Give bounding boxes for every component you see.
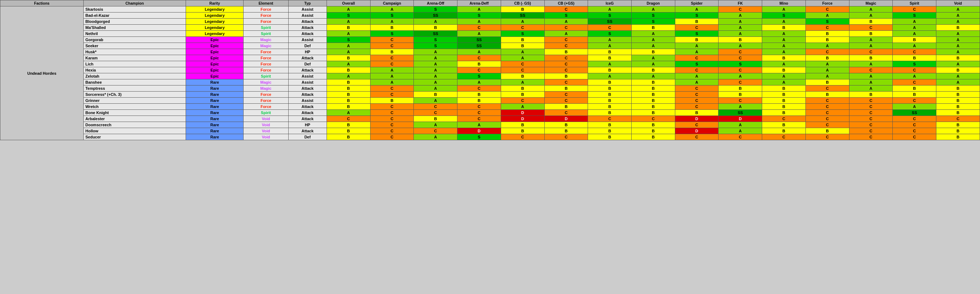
grade-cell: A [370, 79, 414, 86]
grade-cell: B [326, 25, 370, 31]
grade-cell: A [414, 79, 457, 86]
grade-cell: C [544, 98, 588, 104]
type-cell: HP [288, 122, 326, 128]
grade-cell: C [719, 49, 762, 55]
grade-cell: A [849, 13, 893, 19]
grade-cell: B [936, 104, 980, 110]
grade-cell: A [893, 25, 936, 31]
grade-cell: B [936, 55, 980, 61]
element-badge: Magic [243, 86, 288, 92]
grade-cell: A [936, 43, 980, 49]
grade-cell: C [805, 134, 849, 140]
grade-cell: B [719, 92, 762, 98]
grade-cell: C [370, 110, 414, 116]
champion-name: Zelotah [83, 73, 186, 79]
header-arena-deff: Arena-Deff [457, 0, 501, 6]
rarity-badge: Legendary [186, 31, 243, 37]
champion-name: Sorceress* (+Ch. 3) [83, 92, 186, 98]
type-cell: Assist [288, 37, 326, 43]
grade-cell: C [719, 98, 762, 104]
element-badge: Force [243, 61, 288, 67]
grade-cell: A [414, 49, 457, 55]
element-badge: Force [243, 13, 288, 19]
grade-cell: B [936, 67, 980, 73]
grade-cell: B [414, 25, 457, 31]
grade-cell: A [326, 61, 370, 67]
rarity-badge: Legendary [186, 13, 243, 19]
grade-cell: C [893, 49, 936, 55]
grade-cell: B [588, 134, 632, 140]
grade-cell: A [936, 37, 980, 43]
grade-cell: C [675, 86, 719, 92]
grade-cell: B [762, 67, 806, 73]
type-cell: Assist [288, 13, 326, 19]
header-cb-gs-minus: CB (- GS) [501, 0, 544, 6]
grade-cell: C [544, 6, 588, 13]
grade-cell: C [457, 116, 501, 122]
grade-cell: A [457, 122, 501, 128]
grade-cell: A [805, 67, 849, 73]
grade-cell: B [326, 92, 370, 98]
grade-cell: C [675, 104, 719, 110]
grade-cell: C [719, 134, 762, 140]
type-cell: Attack [288, 86, 326, 92]
table-row: Sorceress* (+Ch. 3)RareForceAttackBCBBBC… [0, 92, 980, 98]
grade-cell: B [501, 86, 544, 92]
header-void: Void [936, 0, 980, 6]
grade-cell: S [414, 37, 457, 43]
grade-cell: C [544, 37, 588, 43]
header-spider: Spider [675, 0, 719, 6]
grade-cell: B [588, 79, 632, 86]
grade-cell: SS [501, 13, 544, 19]
grade-cell: C [893, 6, 936, 13]
grade-cell: B [893, 92, 936, 98]
grade-cell: SS [719, 110, 762, 116]
element-badge: Spirit [243, 31, 288, 37]
type-cell: Attack [288, 104, 326, 110]
grade-cell: B [326, 55, 370, 61]
champion-name: Temptress [83, 86, 186, 92]
grade-cell: S [414, 43, 457, 49]
grade-cell: B [632, 134, 675, 140]
header-factions: Factions [0, 0, 84, 6]
grade-cell: B [849, 92, 893, 98]
grade-cell: A [893, 104, 936, 110]
grade-cell: C [370, 86, 414, 92]
grade-cell: B [501, 128, 544, 134]
grade-cell: A [849, 79, 893, 86]
grade-cell: A [326, 31, 370, 37]
grade-cell: A [544, 31, 588, 37]
champion-name: Ma'Shalled [83, 25, 186, 31]
grade-cell: A [370, 73, 414, 79]
type-cell: Attack [288, 55, 326, 61]
grade-cell: A [370, 6, 414, 13]
grade-cell: C [370, 55, 414, 61]
type-cell: Def [288, 43, 326, 49]
grade-cell: B [762, 122, 806, 128]
type-cell: Assist [288, 73, 326, 79]
grade-cell: C [501, 25, 544, 31]
grade-cell: C [893, 128, 936, 134]
table-row: GorgorabEpicMagicAssistSCSSSBCAABBABABA [0, 37, 980, 43]
grade-cell: SS [457, 37, 501, 43]
element-badge: Force [243, 49, 288, 55]
element-badge: Force [243, 104, 288, 110]
grade-cell: B [893, 37, 936, 43]
grade-cell: C [414, 128, 457, 134]
grade-cell: B [588, 104, 632, 110]
grade-cell: C [893, 98, 936, 104]
grade-cell: C [849, 122, 893, 128]
type-cell: Attack [288, 92, 326, 98]
grade-cell: A [893, 19, 936, 25]
grade-cell: B [632, 86, 675, 92]
grade-cell: A [414, 67, 457, 73]
grade-cell: S [457, 73, 501, 79]
grade-cell: A [501, 49, 544, 55]
header-iceg: IceG [588, 0, 632, 6]
grade-cell: B [501, 6, 544, 13]
grade-cell: B [936, 86, 980, 92]
grade-cell: A [893, 31, 936, 37]
grade-cell: SS [457, 43, 501, 49]
grade-cell: C [544, 43, 588, 49]
champion-name: Hollow [83, 128, 186, 134]
